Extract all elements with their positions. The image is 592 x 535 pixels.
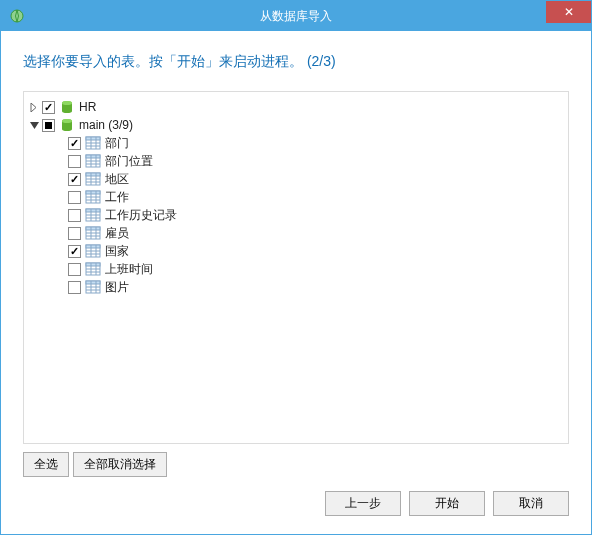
svg-rect-41 xyxy=(86,245,100,248)
checkbox[interactable] xyxy=(42,101,55,114)
svg-point-1 xyxy=(62,101,72,105)
table-icon xyxy=(85,261,101,277)
tree-node-table[interactable]: 工作 xyxy=(28,188,564,206)
checkbox[interactable] xyxy=(68,191,81,204)
table-icon xyxy=(85,135,101,151)
dialog-content: 选择你要导入的表。按「开始」来启动进程。 (2/3) HR xyxy=(1,31,591,534)
back-button[interactable]: 上一步 xyxy=(325,491,401,516)
tree-node-table[interactable]: 工作历史记录 xyxy=(28,206,564,224)
cancel-button[interactable]: 取消 xyxy=(493,491,569,516)
tree-label: 雇员 xyxy=(105,225,129,242)
tree-label: 部门 xyxy=(105,135,129,152)
tree-label: 工作历史记录 xyxy=(105,207,177,224)
checkbox[interactable] xyxy=(68,137,81,150)
instruction-text: 选择你要导入的表。按「开始」来启动进程。 (2/3) xyxy=(23,53,569,71)
table-icon xyxy=(85,189,101,205)
svg-rect-23 xyxy=(86,191,100,194)
selection-button-row: 全选 全部取消选择 xyxy=(23,452,569,477)
titlebar: 从数据库导入 ✕ xyxy=(1,1,591,31)
svg-rect-47 xyxy=(86,263,100,266)
tree-label: 部门位置 xyxy=(105,153,153,170)
svg-rect-17 xyxy=(86,173,100,176)
close-icon: ✕ xyxy=(564,5,574,19)
table-tree[interactable]: HR main (3/9) 部门部门位置地区工作工作历史记录雇员国家上班时间图片 xyxy=(23,91,569,444)
tree-label: 图片 xyxy=(105,279,129,296)
svg-rect-29 xyxy=(86,209,100,212)
select-all-button[interactable]: 全选 xyxy=(23,452,69,477)
checkbox[interactable] xyxy=(68,173,81,186)
database-icon xyxy=(59,117,75,133)
tree-node-table[interactable]: 部门 xyxy=(28,134,564,152)
database-icon xyxy=(59,99,75,115)
tree-label: 地区 xyxy=(105,171,129,188)
tree-node-database[interactable]: main (3/9) xyxy=(28,116,564,134)
collapse-icon[interactable] xyxy=(28,119,40,131)
tree-label: 国家 xyxy=(105,243,129,260)
table-icon xyxy=(85,153,101,169)
app-icon xyxy=(9,8,25,24)
checkbox[interactable] xyxy=(42,119,55,132)
tree-label: HR xyxy=(79,100,96,114)
table-icon xyxy=(85,279,101,295)
svg-rect-11 xyxy=(86,155,100,158)
svg-point-3 xyxy=(62,119,72,123)
checkbox[interactable] xyxy=(68,227,81,240)
checkbox[interactable] xyxy=(68,263,81,276)
tree-node-table[interactable]: 上班时间 xyxy=(28,260,564,278)
tree-node-table[interactable]: 国家 xyxy=(28,242,564,260)
start-button[interactable]: 开始 xyxy=(409,491,485,516)
svg-rect-35 xyxy=(86,227,100,230)
svg-rect-53 xyxy=(86,281,100,284)
checkbox[interactable] xyxy=(68,281,81,294)
table-icon xyxy=(85,225,101,241)
table-icon xyxy=(85,171,101,187)
checkbox[interactable] xyxy=(68,209,81,222)
window-title: 从数据库导入 xyxy=(1,8,591,25)
tree-label: 工作 xyxy=(105,189,129,206)
svg-rect-5 xyxy=(86,137,100,140)
checkbox[interactable] xyxy=(68,245,81,258)
tree-node-table[interactable]: 雇员 xyxy=(28,224,564,242)
expand-icon[interactable] xyxy=(28,101,40,113)
tree-label: main (3/9) xyxy=(79,118,133,132)
table-icon xyxy=(85,207,101,223)
tree-label: 上班时间 xyxy=(105,261,153,278)
tree-node-table[interactable]: 部门位置 xyxy=(28,152,564,170)
tree-node-table[interactable]: 地区 xyxy=(28,170,564,188)
table-icon xyxy=(85,243,101,259)
tree-frame: HR main (3/9) 部门部门位置地区工作工作历史记录雇员国家上班时间图片 xyxy=(23,91,569,477)
deselect-all-button[interactable]: 全部取消选择 xyxy=(73,452,167,477)
tree-node-table[interactable]: 图片 xyxy=(28,278,564,296)
close-button[interactable]: ✕ xyxy=(546,1,591,23)
dialog-window: 从数据库导入 ✕ 选择你要导入的表。按「开始」来启动进程。 (2/3) HR xyxy=(0,0,592,535)
checkbox[interactable] xyxy=(68,155,81,168)
dialog-footer: 上一步 开始 取消 xyxy=(23,491,569,516)
tree-node-database[interactable]: HR xyxy=(28,98,564,116)
